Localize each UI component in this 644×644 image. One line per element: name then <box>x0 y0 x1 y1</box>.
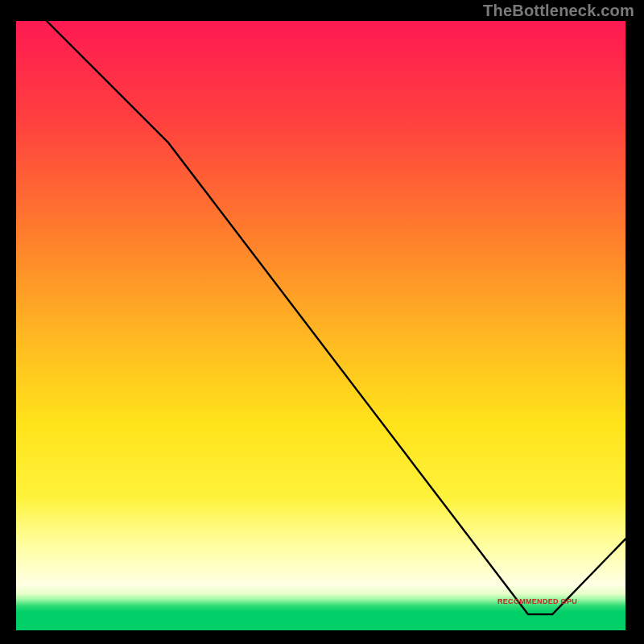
watermark-text: TheBottleneck.com <box>483 2 634 20</box>
bottleneck-curve <box>16 21 625 630</box>
recommended-gpu-label: RECOMMENDED GPU <box>497 597 577 605</box>
chart-frame: TheBottleneck.com RECOMMENDED GPU <box>0 0 644 644</box>
plot-area: RECOMMENDED GPU <box>16 21 625 630</box>
